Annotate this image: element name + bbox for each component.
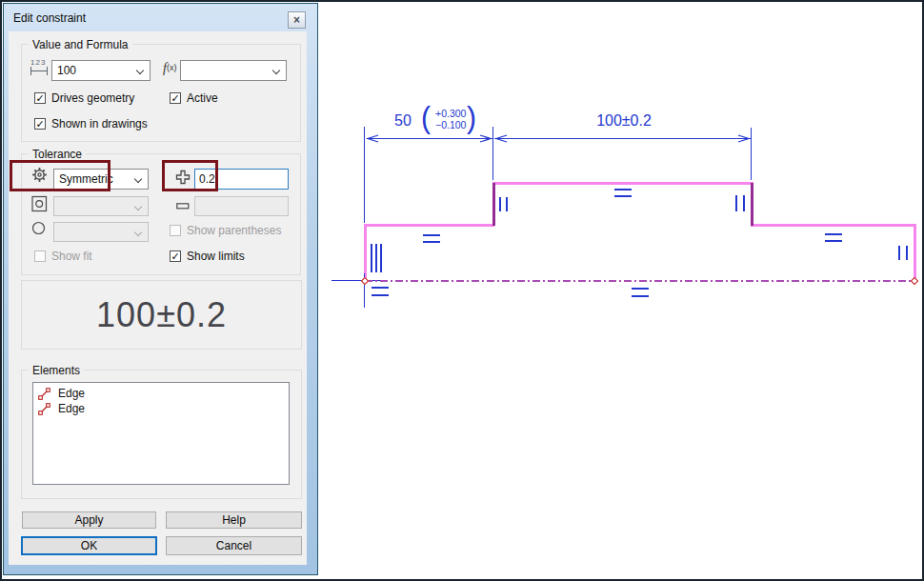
dimension-line-100[interactable] (494, 138, 751, 139)
value-combobox-value: 100 (57, 64, 76, 77)
parallel-constraint-icon[interactable] (898, 246, 908, 260)
show-limits-checkbox[interactable]: ✓ (170, 250, 181, 262)
secondary-tolerance-combobox (53, 196, 149, 216)
centerline[interactable] (365, 280, 915, 282)
sketch-line-lower-right[interactable] (751, 224, 916, 227)
extension-line (751, 128, 752, 180)
list-item-label: Edge (58, 387, 85, 400)
active-checkbox[interactable]: ✓ (170, 92, 181, 104)
tolerance-type-highlight-box (10, 160, 110, 191)
equal-constraint-icon[interactable] (825, 233, 842, 242)
list-item[interactable]: Edge (33, 401, 289, 416)
dim-arrow-right-icon (737, 134, 751, 143)
show-parentheses-checkbox (170, 225, 181, 236)
dialog-client-area: Value and Formula 123 100 f(x) ✓ Drives … (9, 31, 307, 565)
sketch-line-lower-left[interactable] (364, 224, 494, 227)
close-icon: × (293, 13, 300, 27)
dimension-line-50[interactable] (367, 138, 492, 139)
shown-in-drawings-checkbox[interactable]: ✓ (34, 118, 46, 130)
tolerance-paren-close: ) (467, 102, 476, 134)
equal-constraint-icon[interactable] (372, 287, 389, 296)
value-formula-legend: Value and Formula (29, 38, 132, 51)
apply-button[interactable]: Apply (22, 511, 156, 529)
formula-combobox[interactable] (180, 60, 287, 81)
chevron-down-icon (134, 175, 142, 183)
circle-icon (31, 221, 46, 235)
cancel-button[interactable]: Cancel (166, 536, 302, 555)
circle-in-square-icon (31, 195, 48, 212)
dimension-preview-text: 100±0.2 (96, 295, 227, 335)
chevron-down-icon (136, 67, 144, 74)
edge-icon (38, 403, 50, 415)
close-button[interactable]: × (288, 11, 306, 29)
fit-tolerance-combobox (53, 222, 149, 242)
function-icon: f(x) (163, 61, 176, 76)
parallel-constraint-stack-icon[interactable] (371, 244, 382, 272)
extension-line (492, 127, 493, 180)
dimension-50-lower-tolerance[interactable]: −0.100 (435, 119, 466, 130)
edge-icon (38, 388, 50, 400)
dim-arrow-left-icon (366, 134, 379, 143)
tolerance-value-highlight-box (162, 160, 218, 191)
dim-arrow-left-icon (494, 134, 508, 143)
equal-constraint-icon[interactable] (614, 189, 632, 197)
check-icon: ✓ (35, 92, 44, 104)
screenshot-frame: Edit constraint × Value and Formula 123 … (0, 0, 924, 581)
tolerance-paren-open: ( (421, 102, 431, 134)
dimension-preview-box: 100±0.2 (21, 280, 302, 350)
show-limits-label: Show limits (187, 250, 245, 263)
elements-listbox[interactable]: Edge Edge (32, 382, 290, 485)
check-icon: ✓ (35, 118, 44, 130)
chevron-down-icon (134, 229, 142, 236)
dialog-titlebar[interactable]: Edit constraint × (4, 4, 317, 31)
edit-constraint-dialog: Edit constraint × Value and Formula 123 … (3, 3, 318, 575)
shown-in-drawings-label: Shown in drawings (51, 117, 148, 130)
list-item[interactable]: Edge (33, 386, 289, 401)
elements-legend: Elements (29, 364, 84, 377)
dim-arrow-right-icon (479, 134, 492, 143)
ok-button[interactable]: OK (21, 536, 157, 555)
dialog-title: Edit constraint (13, 11, 86, 25)
active-label: Active (187, 91, 218, 105)
show-fit-checkbox (34, 250, 46, 262)
lower-tolerance-input (194, 196, 289, 216)
sketch-line-right-vertical[interactable] (914, 224, 916, 281)
sketch-canvas[interactable] (319, 2, 922, 579)
check-icon: ✓ (171, 92, 179, 104)
chevron-down-icon (134, 203, 142, 210)
minus-icon (176, 203, 190, 210)
selected-edge-left[interactable] (492, 183, 495, 226)
dimension-value-icon: 123 (30, 58, 48, 75)
equal-constraint-icon[interactable] (632, 288, 649, 297)
tolerance-legend: Tolerance (29, 148, 86, 161)
extension-line (364, 127, 365, 223)
sketch-line-top[interactable] (492, 182, 753, 185)
check-icon: ✓ (171, 250, 179, 262)
list-item-label: Edge (58, 402, 85, 415)
value-combobox[interactable]: 100 (51, 60, 151, 81)
chevron-down-icon (272, 67, 280, 74)
parallel-constraint-icon[interactable] (499, 197, 508, 211)
dimension-100-text[interactable]: 100±0.2 (586, 112, 662, 130)
drives-geometry-checkbox[interactable]: ✓ (34, 92, 46, 104)
drives-geometry-label: Drives geometry (51, 91, 134, 105)
parallel-constraint-icon[interactable] (735, 195, 745, 211)
selected-edge-right[interactable] (751, 183, 753, 226)
dimension-50-text[interactable]: 50 (389, 112, 417, 130)
help-button[interactable]: Help (166, 511, 302, 529)
dimension-50-upper-tolerance[interactable]: +0.300 (435, 108, 466, 119)
show-fit-label: Show fit (51, 250, 92, 263)
equal-constraint-icon[interactable] (423, 234, 440, 243)
show-parentheses-label: Show parentheses (187, 224, 281, 237)
